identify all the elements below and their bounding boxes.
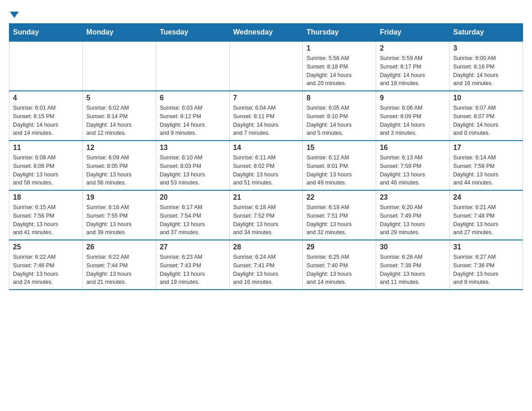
calendar-cell: 1Sunrise: 5:58 AMSunset: 8:18 PMDaylight…	[303, 41, 376, 91]
day-number: 9	[380, 94, 446, 102]
calendar-week-row: 1Sunrise: 5:58 AMSunset: 8:18 PMDaylight…	[9, 41, 523, 91]
page-header	[9, 9, 523, 16]
calendar-cell: 3Sunrise: 6:00 AMSunset: 8:16 PMDaylight…	[450, 41, 523, 91]
calendar-week-row: 25Sunrise: 6:22 AMSunset: 7:46 PMDayligh…	[9, 240, 523, 290]
logo	[9, 9, 21, 16]
day-header-sunday: Sunday	[9, 24, 83, 42]
day-info: Sunrise: 6:03 AMSunset: 8:12 PMDaylight:…	[160, 104, 226, 137]
calendar-cell: 26Sunrise: 6:22 AMSunset: 7:44 PMDayligh…	[82, 240, 156, 290]
day-info: Sunrise: 6:15 AMSunset: 7:56 PMDaylight:…	[13, 203, 79, 237]
calendar-cell: 9Sunrise: 6:06 AMSunset: 8:09 PMDaylight…	[376, 91, 450, 141]
day-info: Sunrise: 6:09 AMSunset: 8:05 PMDaylight:…	[86, 154, 152, 187]
day-header-friday: Friday	[376, 24, 450, 42]
day-number: 7	[233, 94, 299, 102]
calendar-cell: 14Sunrise: 6:11 AMSunset: 8:02 PMDayligh…	[229, 141, 303, 190]
day-number: 2	[380, 44, 446, 52]
calendar-cell: 21Sunrise: 6:18 AMSunset: 7:52 PMDayligh…	[229, 190, 303, 240]
calendar-cell: 17Sunrise: 6:14 AMSunset: 7:58 PMDayligh…	[450, 141, 523, 190]
day-info: Sunrise: 6:23 AMSunset: 7:43 PMDaylight:…	[160, 253, 226, 287]
day-number: 23	[380, 193, 446, 201]
day-number: 16	[380, 144, 446, 152]
day-number: 28	[233, 243, 299, 251]
calendar-cell: 31Sunrise: 6:27 AMSunset: 7:36 PMDayligh…	[450, 240, 523, 290]
calendar-cell: 29Sunrise: 6:25 AMSunset: 7:40 PMDayligh…	[303, 240, 376, 290]
calendar-week-row: 4Sunrise: 6:01 AMSunset: 8:15 PMDaylight…	[9, 91, 523, 141]
day-number: 10	[453, 94, 519, 102]
day-info: Sunrise: 6:06 AMSunset: 8:09 PMDaylight:…	[380, 104, 446, 137]
calendar-cell: 19Sunrise: 6:16 AMSunset: 7:55 PMDayligh…	[82, 190, 156, 240]
day-info: Sunrise: 6:24 AMSunset: 7:41 PMDaylight:…	[233, 253, 299, 287]
day-info: Sunrise: 6:20 AMSunset: 7:49 PMDaylight:…	[380, 203, 446, 237]
day-number: 3	[453, 44, 519, 52]
day-info: Sunrise: 6:00 AMSunset: 8:16 PMDaylight:…	[453, 54, 519, 88]
calendar-cell: 10Sunrise: 6:07 AMSunset: 8:07 PMDayligh…	[450, 91, 523, 141]
day-header-wednesday: Wednesday	[229, 24, 303, 42]
calendar-cell	[82, 41, 156, 91]
day-info: Sunrise: 6:18 AMSunset: 7:52 PMDaylight:…	[233, 203, 299, 237]
calendar-cell: 11Sunrise: 6:08 AMSunset: 8:06 PMDayligh…	[9, 141, 83, 190]
calendar-cell: 8Sunrise: 6:05 AMSunset: 8:10 PMDaylight…	[303, 91, 376, 141]
day-number: 18	[13, 193, 79, 201]
calendar-cell: 4Sunrise: 6:01 AMSunset: 8:15 PMDaylight…	[9, 91, 83, 141]
day-number: 12	[86, 144, 152, 152]
day-number: 30	[380, 243, 446, 251]
day-number: 24	[453, 193, 519, 201]
calendar-cell: 18Sunrise: 6:15 AMSunset: 7:56 PMDayligh…	[9, 190, 83, 240]
day-info: Sunrise: 6:13 AMSunset: 7:59 PMDaylight:…	[380, 154, 446, 187]
day-info: Sunrise: 6:27 AMSunset: 7:36 PMDaylight:…	[453, 253, 519, 287]
calendar-cell: 23Sunrise: 6:20 AMSunset: 7:49 PMDayligh…	[376, 190, 450, 240]
calendar-table: SundayMondayTuesdayWednesdayThursdayFrid…	[9, 23, 523, 290]
day-number: 22	[306, 193, 372, 201]
day-number: 11	[13, 144, 79, 152]
day-info: Sunrise: 6:17 AMSunset: 7:54 PMDaylight:…	[160, 203, 226, 237]
day-number: 5	[86, 94, 152, 102]
day-info: Sunrise: 5:58 AMSunset: 8:18 PMDaylight:…	[306, 54, 372, 88]
day-info: Sunrise: 6:19 AMSunset: 7:51 PMDaylight:…	[306, 203, 372, 237]
calendar-cell	[156, 41, 229, 91]
day-info: Sunrise: 6:12 AMSunset: 8:01 PMDaylight:…	[306, 154, 372, 187]
day-info: Sunrise: 6:04 AMSunset: 8:11 PMDaylight:…	[233, 104, 299, 137]
day-number: 25	[13, 243, 79, 251]
day-header-monday: Monday	[82, 24, 156, 42]
calendar-cell: 5Sunrise: 6:02 AMSunset: 8:14 PMDaylight…	[82, 91, 156, 141]
day-info: Sunrise: 6:02 AMSunset: 8:14 PMDaylight:…	[86, 104, 152, 137]
day-number: 6	[160, 94, 226, 102]
calendar-cell: 25Sunrise: 6:22 AMSunset: 7:46 PMDayligh…	[9, 240, 83, 290]
calendar-week-row: 11Sunrise: 6:08 AMSunset: 8:06 PMDayligh…	[9, 141, 523, 190]
day-info: Sunrise: 6:26 AMSunset: 7:38 PMDaylight:…	[380, 253, 446, 287]
calendar-week-row: 18Sunrise: 6:15 AMSunset: 7:56 PMDayligh…	[9, 190, 523, 240]
day-number: 13	[160, 144, 226, 152]
day-number: 14	[233, 144, 299, 152]
calendar-cell: 16Sunrise: 6:13 AMSunset: 7:59 PMDayligh…	[376, 141, 450, 190]
day-info: Sunrise: 6:25 AMSunset: 7:40 PMDaylight:…	[306, 253, 372, 287]
calendar-cell: 12Sunrise: 6:09 AMSunset: 8:05 PMDayligh…	[82, 141, 156, 190]
calendar-header-row: SundayMondayTuesdayWednesdayThursdayFrid…	[9, 24, 523, 42]
day-number: 27	[160, 243, 226, 251]
day-info: Sunrise: 6:10 AMSunset: 8:03 PMDaylight:…	[160, 154, 226, 187]
day-number: 29	[306, 243, 372, 251]
calendar-cell: 24Sunrise: 6:21 AMSunset: 7:48 PMDayligh…	[450, 190, 523, 240]
day-number: 1	[306, 44, 372, 52]
day-info: Sunrise: 6:22 AMSunset: 7:44 PMDaylight:…	[86, 253, 152, 287]
day-info: Sunrise: 6:05 AMSunset: 8:10 PMDaylight:…	[306, 104, 372, 137]
day-info: Sunrise: 6:01 AMSunset: 8:15 PMDaylight:…	[13, 104, 79, 137]
day-info: Sunrise: 5:59 AMSunset: 8:17 PMDaylight:…	[380, 54, 446, 88]
calendar-cell: 22Sunrise: 6:19 AMSunset: 7:51 PMDayligh…	[303, 190, 376, 240]
calendar-cell	[9, 41, 83, 91]
day-number: 8	[306, 94, 372, 102]
day-info: Sunrise: 6:11 AMSunset: 8:02 PMDaylight:…	[233, 154, 299, 187]
day-number: 19	[86, 193, 152, 201]
day-header-thursday: Thursday	[303, 24, 376, 42]
day-info: Sunrise: 6:14 AMSunset: 7:58 PMDaylight:…	[453, 154, 519, 187]
calendar-cell: 13Sunrise: 6:10 AMSunset: 8:03 PMDayligh…	[156, 141, 229, 190]
day-info: Sunrise: 6:22 AMSunset: 7:46 PMDaylight:…	[13, 253, 79, 287]
calendar-cell: 6Sunrise: 6:03 AMSunset: 8:12 PMDaylight…	[156, 91, 229, 141]
day-header-tuesday: Tuesday	[156, 24, 229, 42]
calendar-cell: 27Sunrise: 6:23 AMSunset: 7:43 PMDayligh…	[156, 240, 229, 290]
day-number: 20	[160, 193, 226, 201]
day-number: 4	[13, 94, 79, 102]
calendar-cell: 15Sunrise: 6:12 AMSunset: 8:01 PMDayligh…	[303, 141, 376, 190]
day-number: 31	[453, 243, 519, 251]
calendar-cell: 20Sunrise: 6:17 AMSunset: 7:54 PMDayligh…	[156, 190, 229, 240]
day-number: 15	[306, 144, 372, 152]
